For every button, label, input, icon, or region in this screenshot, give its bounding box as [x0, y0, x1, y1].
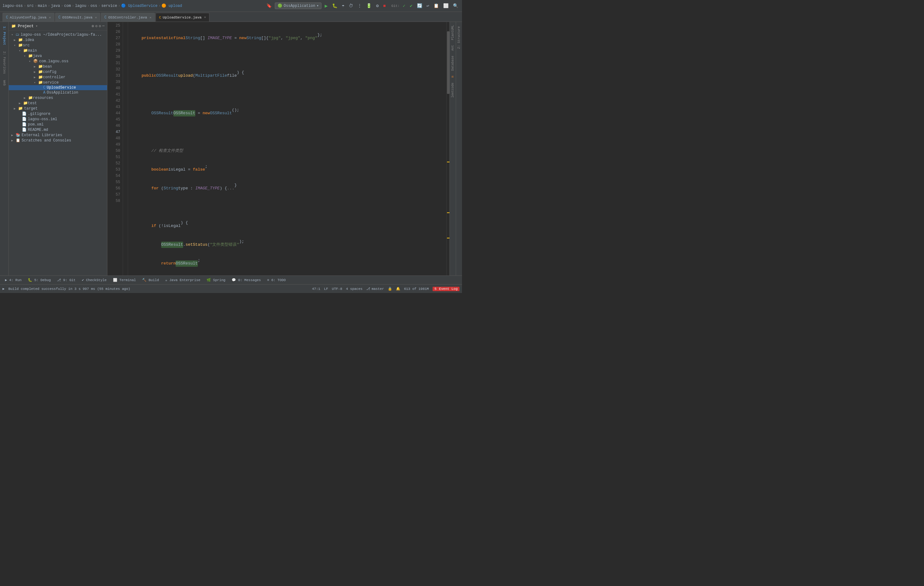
tree-item-target[interactable]: ▶ 📁 target — [9, 106, 107, 111]
folder-icon: 📁 — [28, 96, 33, 100]
tree-item-scratches[interactable]: ▶ 📋 Scratches and Consoles — [9, 138, 107, 143]
breadcrumb-oss[interactable]: oss — [91, 4, 97, 8]
tree-item-oss-application[interactable]: A OssApplication — [9, 90, 107, 95]
coverage-icon[interactable]: ☂ — [341, 3, 346, 9]
btab-spring[interactable]: 🌿 Spring — [204, 277, 228, 283]
btab-messages[interactable]: 💬 0: Messages — [229, 277, 263, 283]
status-memory[interactable]: 613 of 1981M — [404, 287, 429, 291]
right-tab-plantuml[interactable]: PlantUML — [450, 23, 455, 42]
sidebar-close-icon[interactable]: — — [102, 24, 104, 28]
maximize-icon[interactable]: ⬜ — [442, 3, 450, 9]
status-encoding[interactable]: UTF-8 — [332, 287, 342, 291]
editor-area[interactable]: 25 26 27 28 29 30 31 32 33 39 40 41 42 4… — [107, 22, 449, 276]
right-tab-ant[interactable]: Ant — [450, 43, 455, 53]
tree-item-upload-service[interactable]: C UploadService — [9, 85, 107, 90]
tab-aliyun-config[interactable]: C AliyunConfig.java ✕ — [3, 13, 54, 21]
breadcrumb-service[interactable]: service — [101, 4, 117, 8]
status-branch[interactable]: ⎇ master — [366, 287, 384, 291]
tree-item-test[interactable]: ▶ 📁 test — [9, 101, 107, 106]
tree-item-label: main — [28, 48, 37, 53]
status-line-ending[interactable]: LF — [324, 287, 328, 291]
tree-item-readme[interactable]: 📄 README.md — [9, 127, 107, 132]
breadcrumb-java[interactable]: java — [51, 4, 60, 8]
power-icon[interactable]: 🔋 — [365, 3, 373, 9]
tab-upload-service[interactable]: C UploadService.java ✕ — [155, 13, 210, 21]
tree-item-root[interactable]: ▾ 🗂 lagou-oss ~/IdeaProjects/lagou-fa... — [9, 32, 107, 37]
tree-item-gitignore[interactable]: 📄 .gitignore — [9, 111, 107, 116]
btab-checkstyle[interactable]: ✔ CheckStyle — [79, 277, 109, 283]
tab-close-icon[interactable]: ✕ — [150, 16, 152, 20]
sidebar-scroll-center-icon[interactable]: ⊕ — [92, 24, 94, 28]
git-update-icon[interactable]: 🔄 — [416, 3, 424, 9]
left-tab-web[interactable]: Web — [2, 78, 7, 87]
tree-item-controller[interactable]: ▶ 📁 controller — [9, 74, 107, 80]
run-icon[interactable]: ▶ — [323, 2, 329, 10]
left-tab-project[interactable]: 1: Project — [2, 25, 7, 47]
stop-icon[interactable]: ■ — [382, 3, 387, 9]
tree-item-idea[interactable]: ▶ 📁 .idea — [9, 37, 107, 43]
status-indent[interactable]: 4 spaces — [346, 287, 363, 291]
btab-git[interactable]: ⎇ 9: Git — [54, 277, 78, 283]
tree-item-label: lagou-oss ~/IdeaProjects/lagou-fa... — [21, 33, 102, 37]
folder-icon: 📁 — [38, 69, 43, 74]
btab-todo[interactable]: ≡ 6: TODO — [264, 277, 288, 283]
more-run-icon[interactable]: ⋮ — [356, 3, 363, 9]
tab-close-icon[interactable]: ✕ — [49, 16, 51, 20]
debug-icon[interactable]: 🐛 — [331, 3, 339, 9]
left-tab-favorites[interactable]: 2: Favorites — [2, 50, 7, 76]
right-tab-leetcode[interactable]: leetcode — [450, 81, 455, 99]
tab-close-icon[interactable]: ✕ — [204, 15, 206, 19]
git-annotate-icon[interactable]: 📋 — [432, 3, 440, 9]
code-line-29: OSSResult OSSResult = new OSSResult(); — [132, 110, 449, 116]
git-undo-icon[interactable]: ↩ — [426, 3, 431, 9]
tree-item-label: java — [33, 54, 42, 58]
breadcrumb-lagou-oss[interactable]: lagou-oss — [3, 4, 23, 8]
breadcrumb-main[interactable]: main — [38, 4, 47, 8]
breadcrumb-upload-method[interactable]: 🟠 upload — [162, 3, 182, 8]
sidebar-dropdown-icon[interactable]: ▾ — [35, 24, 38, 28]
tree-item-comlagouoss[interactable]: ▾ 📦 com.lagou.oss — [9, 59, 107, 64]
status-position[interactable]: 47:1 — [312, 287, 320, 291]
git-branch-icon[interactable]: ✔ — [409, 3, 414, 9]
right-tab-maven[interactable]: m — [450, 74, 455, 79]
tree-item-service[interactable]: ▾ 📁 service — [9, 80, 107, 85]
status-event-log[interactable]: 5 Event Log — [432, 287, 459, 291]
tree-item-external-libs[interactable]: ▶ 📚 External Libraries — [9, 132, 107, 138]
tree-item-label: test — [28, 101, 37, 106]
tab-oss-controller[interactable]: C OSSController.java ✕ — [101, 13, 155, 21]
tree-item-java[interactable]: ▾ 📁 java — [9, 53, 107, 59]
tab-close-icon[interactable]: ✕ — [95, 16, 97, 20]
code-line-26 — [132, 54, 449, 60]
btab-terminal[interactable]: ⬜ Terminal — [111, 277, 139, 283]
tab-oss-result[interactable]: C OSSResult.java ✕ — [55, 13, 101, 21]
tree-item-src[interactable]: ▾ 📁 src — [9, 43, 107, 48]
btab-build[interactable]: 🔨 Build — [140, 277, 162, 283]
breadcrumb-src[interactable]: src — [27, 4, 34, 8]
run-indicator-icon: ▶ — [3, 287, 5, 291]
code-editor[interactable]: private static final String[] IMAGE_TYPE… — [128, 22, 449, 276]
tree-item-iml[interactable]: 📄 lagou-oss.iml — [9, 116, 107, 122]
arrow-icon: ▾ — [29, 59, 33, 63]
status-run-icon[interactable]: ▶ — [3, 287, 5, 291]
profile-icon[interactable]: ⏱ — [347, 3, 354, 9]
right-tab-structure[interactable]: Z: Structure — [457, 25, 461, 51]
tree-item-config[interactable]: ▶ 📁 config — [9, 69, 107, 74]
sidebar-collapse-icon[interactable]: ⚙ — [95, 24, 97, 28]
btab-run[interactable]: ▶ 4: Run — [3, 277, 24, 283]
tree-item-pom[interactable]: 📄 pom.xml — [9, 122, 107, 127]
git-check-icon[interactable]: ✓ — [402, 3, 407, 9]
btab-debug[interactable]: 🐛 5: Debug — [25, 277, 53, 283]
search-everywhere-icon[interactable]: 🔍 — [452, 3, 459, 9]
sidebar-settings-icon[interactable]: ⚙ — [99, 24, 101, 28]
tree-item-resources[interactable]: ▶ 📁 resources — [9, 95, 107, 101]
breadcrumb-com[interactable]: com — [64, 4, 71, 8]
right-tab-database[interactable]: Database — [450, 54, 455, 73]
run-config-selector[interactable]: 🟢 OssApplication ▾ — [275, 3, 322, 9]
tree-item-main[interactable]: ▾ 📁 main — [9, 48, 107, 53]
btab-java-enterprise[interactable]: ☕ Java Enterprise — [163, 277, 203, 283]
cpu-icon[interactable]: ⚙ — [375, 3, 380, 9]
breadcrumb-upload-service[interactable]: 🔵 UploadService — [121, 3, 157, 8]
breadcrumb-lagou[interactable]: lagou — [75, 4, 86, 8]
tree-item-bean[interactable]: ▶ 📁 bean — [9, 64, 107, 69]
bookmark-icon[interactable]: 🔖 — [265, 3, 273, 9]
